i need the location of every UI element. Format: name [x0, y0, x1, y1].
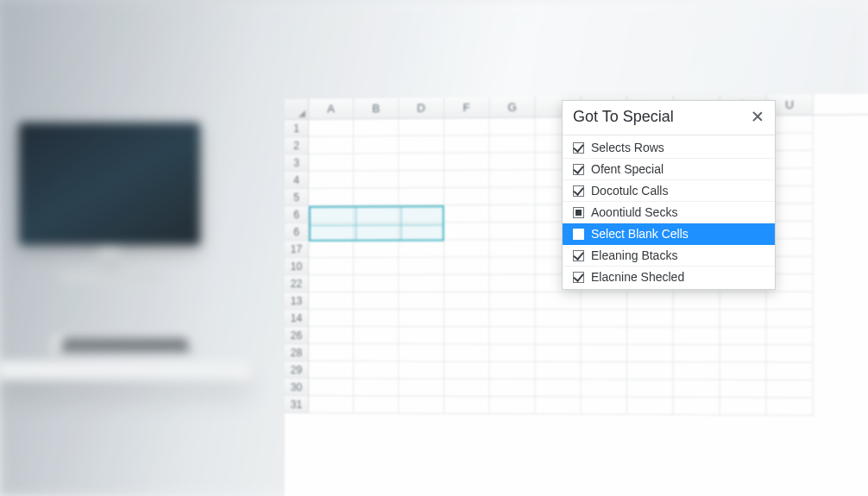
cell[interactable] [720, 380, 766, 399]
row-header[interactable]: 31 [285, 396, 309, 413]
column-header[interactable]: F [444, 97, 490, 118]
cell[interactable] [354, 241, 399, 258]
row-header[interactable]: 29 [285, 361, 309, 379]
cell[interactable] [582, 292, 627, 310]
cell[interactable] [444, 118, 490, 136]
cell[interactable] [490, 310, 536, 327]
cell[interactable] [627, 380, 674, 398]
row-header[interactable]: 3 [285, 154, 309, 172]
cell[interactable] [720, 345, 766, 363]
cell[interactable] [536, 292, 582, 310]
cell[interactable] [399, 327, 444, 344]
cell[interactable] [399, 379, 444, 396]
cell[interactable] [627, 327, 674, 344]
cell[interactable] [582, 327, 627, 344]
cell[interactable] [309, 344, 354, 361]
row-header[interactable]: 30 [285, 379, 309, 396]
cell[interactable] [354, 136, 399, 154]
cell[interactable] [767, 398, 814, 416]
cell[interactable] [536, 327, 582, 344]
cell[interactable] [399, 171, 444, 188]
cell[interactable] [309, 396, 354, 413]
cell[interactable] [444, 292, 490, 310]
cell[interactable] [354, 361, 399, 379]
cell[interactable] [444, 188, 490, 205]
cell[interactable] [399, 361, 444, 379]
cell[interactable] [354, 379, 399, 396]
cell[interactable] [536, 380, 582, 397]
checkbox-check-icon[interactable] [573, 185, 584, 197]
cell[interactable] [399, 344, 444, 361]
cell[interactable] [399, 118, 444, 136]
cell[interactable] [582, 397, 627, 415]
cell[interactable] [309, 292, 354, 310]
row-header[interactable]: 26 [285, 327, 309, 344]
row-header[interactable]: 2 [285, 137, 309, 154]
cell[interactable] [490, 362, 536, 380]
cell[interactable] [490, 257, 536, 274]
cell[interactable] [490, 205, 536, 223]
cell[interactable] [399, 397, 444, 414]
dialog-option[interactable]: Docotulc Calls [563, 180, 775, 202]
cell[interactable] [720, 292, 766, 310]
cell[interactable] [536, 362, 582, 380]
cell[interactable] [490, 344, 536, 361]
cell[interactable] [444, 240, 490, 257]
cell[interactable] [309, 327, 354, 344]
cell[interactable] [582, 380, 627, 397]
cell[interactable] [444, 275, 490, 292]
cell[interactable] [490, 223, 536, 240]
checkbox-check-icon[interactable] [573, 142, 584, 154]
column-header[interactable]: B [354, 98, 399, 119]
cell[interactable] [309, 154, 354, 171]
cell[interactable] [444, 223, 490, 240]
cell[interactable] [536, 397, 582, 414]
cell[interactable] [354, 154, 399, 171]
cell[interactable] [309, 136, 354, 154]
cell[interactable] [399, 154, 444, 171]
cell[interactable] [767, 292, 814, 310]
cell[interactable] [674, 362, 720, 380]
dialog-option[interactable]: Selects Rows [563, 137, 775, 159]
checkbox-check-icon[interactable] [573, 164, 584, 175]
cell[interactable] [444, 135, 490, 154]
cell[interactable] [720, 327, 766, 344]
cell[interactable] [490, 275, 536, 292]
cell[interactable] [444, 344, 490, 361]
cell[interactable] [309, 258, 354, 275]
cell[interactable] [354, 188, 399, 205]
select-all-triangle[interactable] [285, 99, 309, 119]
dialog-option[interactable]: Elacnine Shecled [563, 267, 775, 287]
cell[interactable] [354, 327, 399, 344]
column-header[interactable]: D [399, 97, 444, 118]
cell[interactable] [354, 171, 399, 188]
row-header[interactable]: 17 [285, 241, 309, 258]
checkbox-square-icon[interactable] [573, 207, 584, 218]
cell[interactable] [309, 241, 354, 258]
cell[interactable] [767, 362, 814, 380]
checkbox-check-icon[interactable] [573, 229, 584, 240]
row-header[interactable]: 6 [285, 206, 309, 223]
cell[interactable] [582, 345, 627, 362]
cell[interactable] [490, 397, 536, 414]
cell[interactable] [490, 118, 536, 136]
cell[interactable] [627, 362, 674, 380]
cell[interactable] [444, 153, 490, 171]
row-header[interactable]: 4 [285, 172, 309, 189]
cell[interactable] [444, 397, 490, 414]
row-header[interactable]: 10 [285, 258, 309, 275]
cell[interactable] [444, 327, 490, 344]
cell[interactable] [490, 170, 536, 188]
cell[interactable] [309, 119, 354, 136]
cell[interactable] [399, 240, 444, 257]
cell[interactable] [354, 119, 399, 137]
cell[interactable] [490, 292, 536, 310]
cell[interactable] [399, 258, 444, 275]
cell[interactable] [354, 396, 399, 413]
cell[interactable] [444, 171, 490, 188]
cell[interactable] [627, 345, 674, 362]
cell[interactable] [490, 380, 536, 397]
cell[interactable] [536, 310, 582, 327]
checkbox-check-icon[interactable] [573, 272, 584, 283]
cell[interactable] [490, 327, 536, 344]
